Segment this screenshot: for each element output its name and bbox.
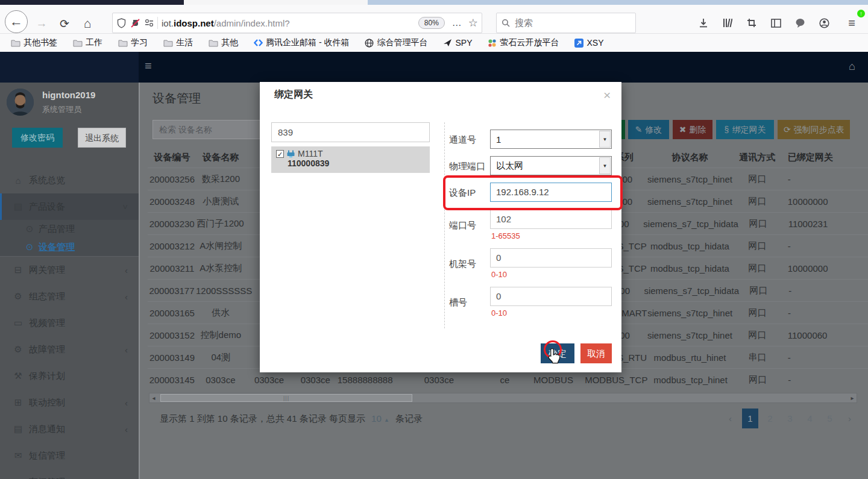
sidebar-item-产品设备[interactable]: ▤产品设备˅ (0, 193, 139, 220)
sidebar-item-产品管理[interactable]: ⊙产品管理 (0, 220, 139, 238)
shield-icon[interactable] (117, 18, 126, 28)
column-header[interactable]: 设备编号 (148, 152, 197, 163)
column-header[interactable]: 已绑定网关 (782, 152, 868, 163)
rack-input[interactable]: 0 (490, 248, 612, 268)
sidebar-item-短信管理[interactable]: ✉短信管理 (0, 442, 139, 469)
page-button-5[interactable]: 5 (822, 409, 838, 428)
page-button-1[interactable]: 1 (742, 409, 758, 428)
table-cell: 11000060 (782, 330, 868, 340)
bookmark-item[interactable]: 萤石云开放平台 (488, 37, 559, 48)
edit-device-button[interactable]: ✎修改 (628, 120, 669, 139)
reload-button[interactable]: ⟳ (54, 13, 75, 34)
table-cell: - (782, 308, 868, 318)
table-cell: 控制demo (197, 330, 245, 341)
prev-page-button[interactable]: ‹ (722, 409, 738, 428)
horizontal-scrollbar[interactable]: ◂ ||| ▸ (149, 393, 857, 403)
pencil-icon: ✎ (635, 125, 643, 134)
sidebar-item-联动控制[interactable]: ⊞联动控制‹ (0, 389, 139, 416)
menu-icon[interactable]: ≡ (844, 15, 860, 31)
table-cell: MODBUS (522, 375, 585, 385)
bookmark-item[interactable]: 综合管理平台 (365, 37, 427, 48)
globe-icon (365, 39, 374, 48)
dropdown-arrow-icon[interactable]: ▼ (599, 131, 611, 148)
gateway-list-item[interactable]: ✓ M111T 110000839 (271, 146, 430, 173)
change-password-button[interactable]: 修改密码 (12, 128, 63, 148)
page-button-3[interactable]: 3 (782, 409, 798, 428)
sidebar-item-组态管理[interactable]: ⚙组态管理‹ (0, 283, 139, 310)
library-icon[interactable] (720, 15, 735, 31)
zoom-level-badge[interactable]: 80% (418, 17, 445, 29)
column-header[interactable]: 协议名称 (647, 152, 733, 163)
bookmark-item[interactable]: 其他书签 (11, 37, 57, 48)
table-cell: 网口 (733, 174, 782, 185)
force-sync-button[interactable]: ⟳强制同步点表 (778, 120, 850, 139)
bind-gateway-button[interactable]: §绑定网关 (716, 120, 774, 139)
column-header[interactable]: 设备名称 (197, 152, 245, 163)
scrollbar-thumb[interactable]: ||| (160, 394, 412, 402)
search-placeholder: 搜索 (515, 17, 533, 29)
browser-search-field[interactable]: 搜索 (496, 13, 636, 33)
sidebar-item-保养计划[interactable]: ⚒保养计划 (0, 363, 139, 389)
bookmark-item[interactable]: 腾讯企业邮箱 - 收件箱 (254, 37, 349, 48)
table-cell: 网口 (733, 263, 782, 274)
home-button[interactable]: ⌂ (77, 13, 98, 34)
sidebar-item-故障管理[interactable]: ⚙故障管理‹ (0, 336, 139, 363)
bookmark-item[interactable]: 生活 (163, 37, 193, 48)
folder-icon (118, 39, 128, 47)
active-tab[interactable] (0, 0, 184, 5)
table-cell: 15888888888 (338, 375, 391, 385)
table-cell: modbus_tcp_hidata (647, 263, 733, 274)
account-icon[interactable] (816, 15, 832, 31)
sidebar-item-车间管理[interactable]: ⊟车间管理 (0, 469, 139, 479)
bookmark-item[interactable]: 学习 (118, 37, 148, 48)
device-search-input[interactable]: 检索 设备名称 (153, 120, 261, 139)
page-button-2[interactable]: 2 (762, 409, 778, 428)
bookmark-item[interactable]: 工作 (73, 37, 102, 48)
permissions-icon[interactable] (145, 19, 154, 27)
logout-button[interactable]: 退出系统 (78, 128, 126, 148)
sidebar-item-label: 视频管理 (29, 318, 65, 329)
delete-device-button[interactable]: ✖删除 (673, 120, 712, 139)
bookmark-item[interactable]: XSY (574, 38, 603, 48)
gateway-checkbox[interactable]: ✓ (276, 150, 284, 158)
page-actions-icon[interactable]: … (452, 17, 462, 28)
target-icon: ⊙ (24, 224, 35, 234)
sidebar-item-消息通知[interactable]: ▤消息通知‹ (0, 416, 139, 442)
bookmark-star-icon[interactable]: ☆ (468, 16, 478, 30)
column-header[interactable]: 通讯方式 (733, 152, 782, 163)
sidebar-item-网关管理[interactable]: ⊟网关管理‹ (0, 257, 139, 283)
cancel-button[interactable]: 取消 (580, 343, 612, 363)
downloads-icon[interactable] (696, 15, 711, 31)
blocked-plugin-icon[interactable] (130, 18, 140, 28)
page-button-4[interactable]: 4 (802, 409, 818, 428)
sidebar-collapse-icon[interactable]: ≡ (145, 59, 152, 73)
url-bar[interactable]: iot.idosp.net/admin/index.html? 80% … ☆ (112, 13, 482, 33)
sidebar-toggle-icon[interactable] (768, 15, 784, 31)
back-button[interactable]: ← (5, 10, 28, 33)
messages-icon[interactable] (792, 15, 808, 31)
dropdown-arrow-icon[interactable]: ▼ (599, 157, 611, 174)
next-page-button[interactable]: › (841, 409, 858, 428)
bookmark-item[interactable]: 其他 (209, 37, 238, 48)
url-text[interactable]: iot.idosp.net/admin/index.html? (162, 18, 290, 28)
table-cell: 网口 (733, 307, 782, 319)
forward-button[interactable]: → (31, 13, 52, 34)
screenshot-icon[interactable] (744, 15, 760, 31)
modal-close-icon[interactable]: × (603, 88, 611, 102)
physical-port-select[interactable]: 以太网▼ (490, 156, 612, 175)
page-title: 设备管理 (153, 90, 201, 107)
scroll-left-arrow[interactable]: ◂ (149, 395, 158, 401)
channel-select[interactable]: 1▼ (490, 130, 612, 149)
sidebar-item-设备管理[interactable]: ⊙设备管理 (0, 238, 139, 256)
per-page-select[interactable]: 10 ▲ (371, 413, 389, 424)
bookmark-item[interactable]: SPY (443, 38, 472, 48)
slot-input[interactable]: 0 (490, 287, 612, 306)
app-home-icon[interactable]: ⌂ (849, 60, 855, 73)
gateway-search-input[interactable]: 839 (271, 122, 430, 142)
sidebar-item-系统总览[interactable]: ⌂系统总览 (0, 167, 139, 193)
sidebar-item-视频管理[interactable]: ▭视频管理 (0, 310, 139, 336)
gear-icon: ⚙ (11, 291, 25, 302)
scroll-right-arrow[interactable]: ▸ (848, 395, 857, 401)
port-number-input[interactable]: 102 (490, 210, 612, 229)
sidebar-item-label: 故障管理 (29, 344, 65, 355)
